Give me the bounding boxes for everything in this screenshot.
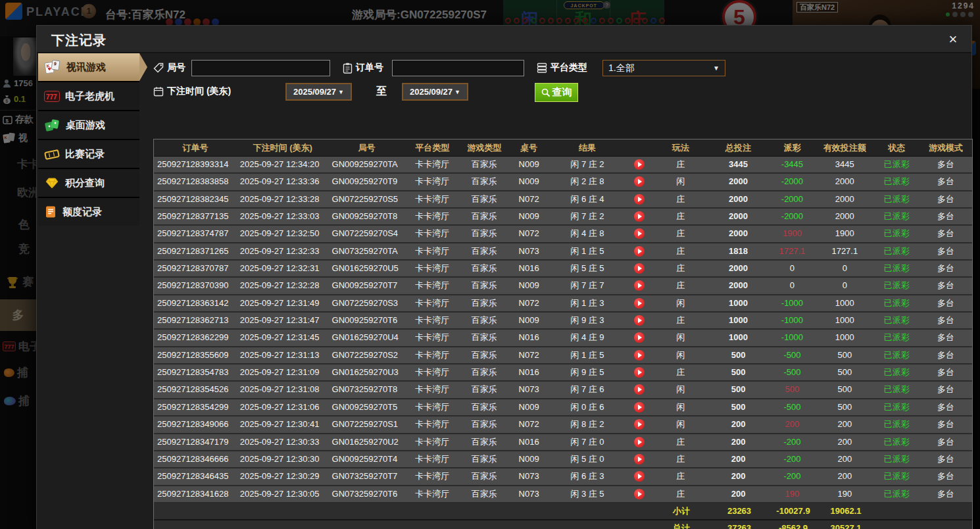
cell-order-id: 250927128377135 [154, 209, 237, 224]
cell-platform: 卡卡湾厅 [404, 468, 460, 484]
table-row: 250927128362299 2025-09-27 12:31:45 GN01… [154, 330, 972, 347]
cell-game-mode: 多台 [919, 226, 972, 241]
table-row: 250927128349066 2025-09-27 12:30:41 GN07… [154, 416, 972, 434]
play-icon[interactable] [634, 159, 645, 170]
cell-game-type: 百家乐 [460, 209, 508, 224]
cell-play-type: 庄 [653, 191, 708, 207]
tab-slot-machines[interactable]: 777 电子老虎机 [38, 82, 139, 110]
chevron-down-icon: ▼ [454, 89, 460, 95]
cell-bet-time: 2025-09-27 12:30:41 [237, 416, 329, 432]
cell-play-type: 庄 [653, 313, 708, 328]
cell-replay [625, 416, 653, 432]
cell-valid-bet: 1900 [816, 226, 873, 241]
round-input[interactable] [191, 60, 330, 76]
play-icon[interactable] [634, 350, 645, 361]
cell-bet-time: 2025-09-27 12:30:05 [237, 486, 329, 502]
cell-platform: 卡卡湾厅 [404, 382, 460, 397]
cell-status: 已派彩 [873, 157, 919, 172]
play-icon[interactable] [634, 384, 645, 395]
order-filter-label: 订单号 [356, 62, 383, 74]
cell-replay [625, 451, 653, 467]
play-icon[interactable] [634, 437, 645, 447]
cell-round-id: GN009259270T5 [329, 399, 405, 415]
cell-payout: -500 [768, 347, 816, 363]
cell-valid-bet: 2000 [816, 174, 873, 189]
cell-bet-time: 2025-09-27 12:31:09 [237, 365, 329, 380]
cell-valid-bet: 190 [816, 486, 873, 502]
cell-game-mode: 多台 [919, 313, 972, 328]
cell-game-mode: 多台 [919, 399, 972, 415]
header-payout: 派彩 [769, 139, 816, 156]
play-icon[interactable] [634, 471, 645, 482]
subtotal-valid-bet: 19062.1 [817, 503, 875, 519]
play-icon[interactable] [634, 211, 645, 222]
play-icon[interactable] [634, 263, 645, 274]
tab-quota-records[interactable]: 额度记录 [38, 198, 139, 226]
tab-match-records[interactable]: 比赛记录 [38, 140, 139, 168]
cell-valid-bet: 1000 [816, 313, 873, 328]
tab-video-games[interactable]: K 9 视讯游戏 [38, 53, 139, 81]
cell-replay [625, 295, 653, 311]
cell-round-id: GN072259270S5 [329, 191, 405, 207]
cell-game-type: 百家乐 [460, 451, 508, 467]
play-icon[interactable] [634, 176, 645, 187]
cell-order-id: 250927128383858 [154, 174, 237, 189]
tab-label: 桌面游戏 [66, 119, 105, 132]
cell-result: 闲 5 庄 5 [549, 261, 625, 276]
play-icon[interactable] [634, 402, 645, 413]
date-from-picker[interactable]: 2025/09/27 ▼ [285, 83, 352, 101]
cell-platform: 卡卡湾厅 [404, 434, 460, 450]
cell-replay [625, 365, 653, 380]
tab-points-inquiry[interactable]: 积分查询 [38, 169, 139, 197]
cell-platform: 卡卡湾厅 [404, 416, 460, 432]
play-icon[interactable] [634, 298, 645, 309]
cell-play-type: 闲 [653, 382, 708, 397]
search-icon [541, 88, 551, 97]
platform-select[interactable]: 1.全部 ▼ [602, 60, 725, 76]
date-to-picker[interactable]: 2025/09/27 ▼ [402, 83, 468, 101]
play-icon[interactable] [634, 419, 645, 430]
cell-game-mode: 多台 [919, 191, 972, 207]
play-icon[interactable] [634, 246, 645, 257]
cell-round-id: GN073259270TA [329, 243, 405, 259]
play-icon[interactable] [634, 194, 645, 205]
play-icon[interactable] [634, 367, 645, 378]
cell-platform: 卡卡湾厅 [404, 278, 460, 293]
cell-game-mode: 多台 [919, 295, 972, 311]
cell-status: 已派彩 [873, 347, 919, 363]
cell-platform: 卡卡湾厅 [404, 243, 460, 259]
play-icon[interactable] [634, 315, 645, 326]
cell-total-bet: 2000 [708, 191, 769, 207]
cell-status: 已派彩 [873, 313, 919, 328]
cell-payout: -200 [768, 434, 816, 450]
header-order-id: 订单号 [154, 139, 237, 156]
cell-valid-bet: 500 [816, 382, 873, 397]
cell-game-mode: 多台 [919, 261, 972, 276]
cell-result: 闲 0 庄 6 [549, 399, 625, 415]
cell-replay [625, 434, 653, 450]
cell-game-mode: 多台 [919, 157, 972, 172]
tab-table-games[interactable]: 桌面游戏 [38, 111, 139, 139]
platform-icon [537, 63, 547, 73]
order-input[interactable] [392, 60, 524, 76]
search-button[interactable]: 查询 [535, 83, 578, 102]
cell-bet-time: 2025-09-27 12:32:33 [237, 243, 329, 259]
play-icon[interactable] [634, 489, 645, 499]
cell-order-id: 250927128370390 [154, 278, 237, 293]
cell-replay [625, 399, 653, 415]
cell-valid-bet: 2000 [816, 191, 873, 207]
cell-game-type: 百家乐 [460, 243, 508, 259]
play-icon[interactable] [634, 454, 645, 465]
play-icon[interactable] [634, 228, 645, 239]
cell-table-no: N073 [508, 243, 549, 259]
cell-game-mode: 多台 [919, 451, 972, 467]
cell-result: 闲 6 庄 4 [549, 191, 625, 207]
cell-status: 已派彩 [873, 468, 919, 484]
close-icon[interactable]: × [944, 30, 962, 49]
grand-total-total-bet: 37263 [709, 520, 770, 529]
table-row: 250927128382345 2025-09-27 12:33:28 GN07… [154, 191, 972, 209]
play-icon[interactable] [634, 332, 645, 343]
cell-play-type: 庄 [653, 278, 708, 293]
play-icon[interactable] [634, 280, 645, 291]
cell-replay [625, 382, 653, 397]
